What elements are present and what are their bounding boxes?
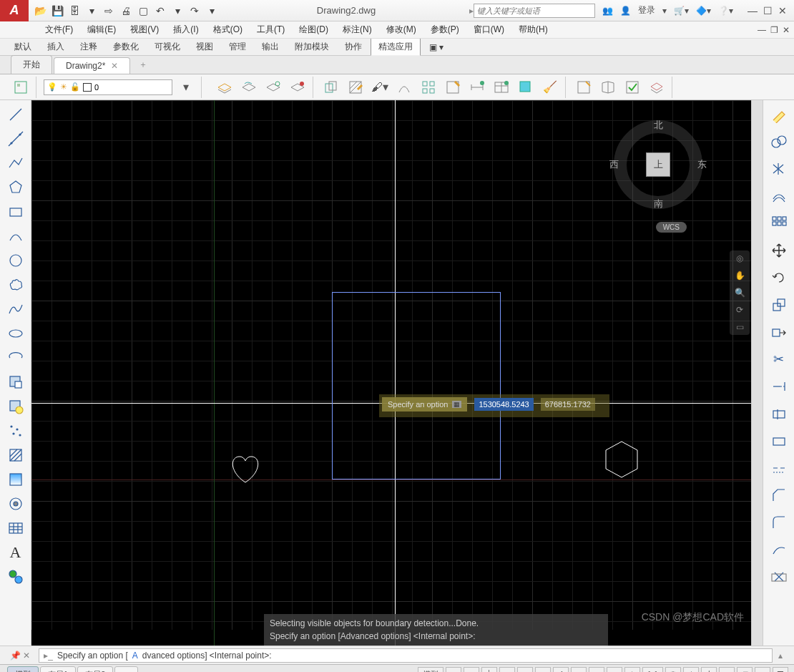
vc-south[interactable]: 南 [654, 198, 663, 210]
sb-model[interactable]: 模型 [418, 667, 443, 672]
menu-draw[interactable]: 绘图(D) [293, 22, 334, 37]
menu-edit[interactable]: 编辑(E) [82, 22, 122, 37]
vertical-scrollbar[interactable] [751, 100, 763, 646]
mirror-tool[interactable] [766, 157, 792, 180]
xline-tool[interactable] [3, 127, 29, 150]
command-input[interactable]: ▸_ Specify an option [Advanced options] … [39, 648, 773, 663]
rotate-tool[interactable] [766, 266, 792, 289]
layout-tab-add[interactable]: ＋ [114, 666, 138, 673]
line-tool[interactable] [3, 103, 29, 126]
rtab-view[interactable]: 视图 [189, 39, 220, 55]
check-button[interactable] [622, 77, 643, 98]
brush-button[interactable]: 🖌▾ [369, 77, 391, 98]
redo-icon[interactable]: ↷ [189, 5, 200, 16]
extend-tool[interactable] [766, 375, 792, 398]
sb-lweight-icon[interactable]: ≡ [571, 667, 587, 672]
ellipse-tool[interactable] [3, 322, 29, 345]
new-icon[interactable]: ▾ [86, 5, 97, 16]
sb-iso-icon[interactable]: ∟ [517, 667, 533, 672]
sb-ann-icon[interactable]: ✳ [683, 667, 699, 672]
make-block-tool[interactable] [3, 395, 29, 418]
file-tab-active[interactable]: Drawing2*✕ [54, 57, 130, 74]
sb-gear-icon[interactable]: ⚙ [665, 667, 681, 672]
hatch-tool[interactable] [3, 444, 29, 467]
rtab-addins[interactable]: 附加模块 [288, 39, 336, 55]
nav-pan-icon[interactable]: ✋ [735, 271, 745, 281]
spline-tool[interactable] [3, 298, 29, 321]
cmdline-history-icon[interactable]: ▴ [773, 651, 788, 661]
copy-tool[interactable] [766, 130, 792, 153]
undo-icon[interactable]: ↶ [155, 5, 166, 16]
help-icon[interactable]: ❔▾ [718, 6, 733, 16]
array-button[interactable] [418, 77, 439, 98]
vc-east[interactable]: 东 [697, 158, 707, 171]
sb-ortho-icon[interactable]: └ [481, 667, 497, 672]
nav-wheel-icon[interactable]: ◎ [736, 253, 743, 263]
menu-param[interactable]: 参数(P) [425, 22, 465, 37]
sb-otrack-icon[interactable]: ∠ [553, 667, 569, 672]
search-input[interactable] [474, 4, 595, 18]
login-dropdown-icon[interactable]: ▾ [662, 6, 667, 16]
sb-cycle-icon[interactable]: ⌖ [607, 667, 622, 672]
gradient-tool[interactable] [3, 468, 29, 491]
insert-block-tool[interactable] [3, 371, 29, 394]
trim-tool[interactable]: ✂ [766, 348, 792, 371]
stretch-tool[interactable] [766, 321, 792, 344]
menu-view[interactable]: 视图(V) [124, 22, 165, 37]
menu-format[interactable]: 格式(O) [207, 22, 248, 37]
layer-prev-button[interactable] [287, 77, 308, 98]
join-tool[interactable] [766, 457, 792, 479]
dim-button[interactable] [466, 77, 488, 98]
text-tool[interactable]: A [3, 541, 29, 564]
hatch-edit-button[interactable] [345, 77, 366, 98]
layout-tab-model[interactable]: 模型 [7, 666, 39, 673]
login-label[interactable]: 登录 [638, 4, 655, 16]
notebook-button[interactable] [573, 77, 594, 98]
app-icon[interactable]: 🔷▾ [696, 6, 711, 16]
export-icon[interactable]: ⇨ [103, 5, 114, 16]
rtab-manage[interactable]: 管理 [222, 39, 253, 55]
menu-insert[interactable]: 插入(I) [167, 22, 204, 37]
sb-dyn-icon[interactable]: ⊹ [624, 667, 640, 672]
sb-transp-icon[interactable]: ▤ [589, 667, 604, 672]
sb-grid-icon[interactable]: ▦ [446, 667, 461, 672]
chamfer-tool[interactable] [766, 484, 792, 507]
doc-minimize-button[interactable]: — [758, 25, 766, 35]
arc-tool[interactable] [3, 225, 29, 248]
nav-showmotion-icon[interactable]: ▭ [736, 322, 744, 332]
rtab-featured[interactable]: 精选应用 [371, 38, 421, 56]
menu-help[interactable]: 帮助(H) [513, 22, 554, 37]
properties-button[interactable] [10, 77, 31, 98]
open-icon[interactable]: 📂 [34, 5, 46, 16]
close-button[interactable]: ✕ [778, 5, 787, 16]
layer-iso-button[interactable] [263, 77, 284, 98]
dyn-x-input[interactable]: 1530548.5243 [474, 398, 533, 411]
dyn-y-input[interactable]: 676815.1732 [541, 398, 595, 411]
sb-scale-label[interactable]: 1:1 [642, 667, 663, 672]
file-tab-add-button[interactable]: ＋ [132, 56, 155, 74]
break-tool[interactable] [766, 402, 792, 425]
layer-state-button[interactable] [238, 77, 260, 98]
ellipse-arc-tool[interactable] [3, 346, 29, 369]
rectangle-tool[interactable] [3, 200, 29, 223]
rtab-visualize[interactable]: 可视化 [147, 39, 187, 55]
nav-orbit-icon[interactable]: ⟳ [736, 305, 743, 315]
wcs-badge[interactable]: WCS [656, 222, 687, 233]
drawing-canvas[interactable]: // placeholder, grid drawn by JS below S… [31, 100, 751, 646]
rtab-collab[interactable]: 协作 [338, 39, 369, 55]
save-icon[interactable]: 💾 [52, 5, 63, 16]
layer-dropdown-icon[interactable]: ▾ [175, 77, 197, 98]
menu-window[interactable]: 窗口(W) [468, 22, 510, 37]
blend-tool[interactable] [766, 538, 792, 561]
copy-button[interactable] [320, 77, 342, 98]
app-logo[interactable]: A [0, 0, 29, 21]
nav-zoom-icon[interactable]: 🔍 [735, 288, 745, 298]
erase-tool[interactable] [766, 103, 792, 126]
viewcube[interactable]: 北 南 东 西 上 [608, 115, 708, 215]
saveas-icon[interactable]: 🗄 [69, 5, 80, 16]
revcloud-tool[interactable] [3, 273, 29, 296]
circle-tool[interactable] [3, 249, 29, 272]
maximize-button[interactable]: ☐ [763, 5, 773, 16]
rtab-parametric[interactable]: 参数化 [106, 39, 146, 55]
rtab-output[interactable]: 输出 [255, 39, 286, 55]
